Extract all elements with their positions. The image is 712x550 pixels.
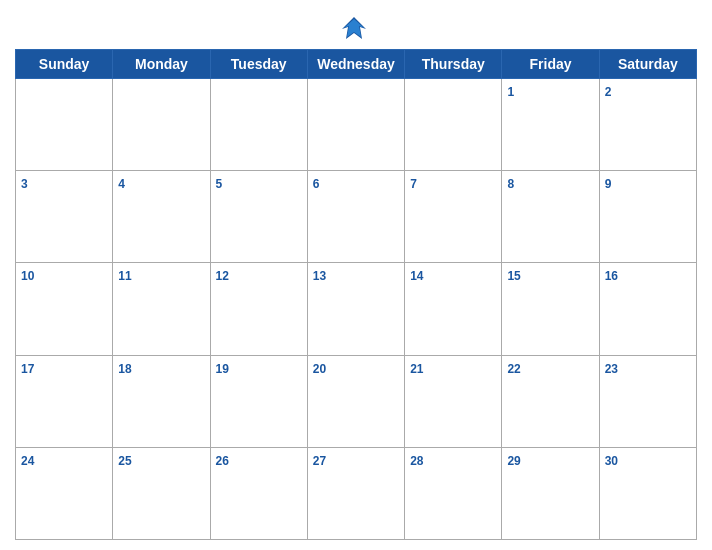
day-number: 25 [118, 454, 131, 468]
day-number: 30 [605, 454, 618, 468]
calendar-cell: 5 [210, 171, 307, 263]
day-number: 5 [216, 177, 223, 191]
calendar-cell: 22 [502, 355, 599, 447]
day-number: 14 [410, 269, 423, 283]
calendar-week-3: 17181920212223 [16, 355, 697, 447]
calendar-week-0: 12 [16, 79, 697, 171]
day-number: 8 [507, 177, 514, 191]
day-number: 7 [410, 177, 417, 191]
day-number: 17 [21, 362, 34, 376]
day-number: 15 [507, 269, 520, 283]
weekday-header-sunday: Sunday [16, 50, 113, 79]
weekday-header-saturday: Saturday [599, 50, 696, 79]
calendar-cell: 29 [502, 447, 599, 539]
logo-bird-icon [340, 15, 368, 43]
day-number: 23 [605, 362, 618, 376]
calendar-header [15, 10, 697, 43]
day-number: 28 [410, 454, 423, 468]
calendar-cell: 2 [599, 79, 696, 171]
day-number: 21 [410, 362, 423, 376]
day-number: 10 [21, 269, 34, 283]
weekday-header-monday: Monday [113, 50, 210, 79]
day-number: 24 [21, 454, 34, 468]
calendar-cell: 23 [599, 355, 696, 447]
day-number: 19 [216, 362, 229, 376]
logo [340, 15, 372, 43]
day-number: 9 [605, 177, 612, 191]
day-number: 27 [313, 454, 326, 468]
calendar-cell: 1 [502, 79, 599, 171]
day-number: 22 [507, 362, 520, 376]
day-number: 2 [605, 85, 612, 99]
calendar-week-2: 10111213141516 [16, 263, 697, 355]
calendar-cell: 19 [210, 355, 307, 447]
calendar-cell: 10 [16, 263, 113, 355]
day-number: 26 [216, 454, 229, 468]
calendar-cell: 18 [113, 355, 210, 447]
calendar-cell: 9 [599, 171, 696, 263]
calendar-cell [16, 79, 113, 171]
calendar-cell: 8 [502, 171, 599, 263]
calendar-cell: 7 [405, 171, 502, 263]
calendar-cell: 3 [16, 171, 113, 263]
calendar-week-4: 24252627282930 [16, 447, 697, 539]
calendar-cell [307, 79, 404, 171]
day-number: 3 [21, 177, 28, 191]
calendar-cell: 21 [405, 355, 502, 447]
day-number: 1 [507, 85, 514, 99]
day-number: 29 [507, 454, 520, 468]
calendar-cell: 17 [16, 355, 113, 447]
day-number: 13 [313, 269, 326, 283]
day-number: 4 [118, 177, 125, 191]
day-number: 12 [216, 269, 229, 283]
day-number: 20 [313, 362, 326, 376]
day-number: 11 [118, 269, 131, 283]
calendar-table: SundayMondayTuesdayWednesdayThursdayFrid… [15, 49, 697, 540]
calendar-cell: 27 [307, 447, 404, 539]
calendar-cell [405, 79, 502, 171]
calendar-week-1: 3456789 [16, 171, 697, 263]
calendar-header-row: SundayMondayTuesdayWednesdayThursdayFrid… [16, 50, 697, 79]
calendar-cell: 15 [502, 263, 599, 355]
calendar-cell: 26 [210, 447, 307, 539]
calendar-cell: 16 [599, 263, 696, 355]
calendar-cell: 14 [405, 263, 502, 355]
calendar-cell: 24 [16, 447, 113, 539]
calendar-cell [113, 79, 210, 171]
weekday-header-thursday: Thursday [405, 50, 502, 79]
calendar-cell: 28 [405, 447, 502, 539]
calendar-body: 1234567891011121314151617181920212223242… [16, 79, 697, 540]
calendar-cell: 25 [113, 447, 210, 539]
calendar-cell: 11 [113, 263, 210, 355]
weekday-header-wednesday: Wednesday [307, 50, 404, 79]
calendar-cell: 6 [307, 171, 404, 263]
day-number: 16 [605, 269, 618, 283]
calendar-cell: 30 [599, 447, 696, 539]
day-number: 18 [118, 362, 131, 376]
calendar-cell: 12 [210, 263, 307, 355]
calendar-cell: 20 [307, 355, 404, 447]
weekday-header-tuesday: Tuesday [210, 50, 307, 79]
weekday-header-friday: Friday [502, 50, 599, 79]
calendar-cell: 4 [113, 171, 210, 263]
day-number: 6 [313, 177, 320, 191]
calendar-cell: 13 [307, 263, 404, 355]
calendar-cell [210, 79, 307, 171]
